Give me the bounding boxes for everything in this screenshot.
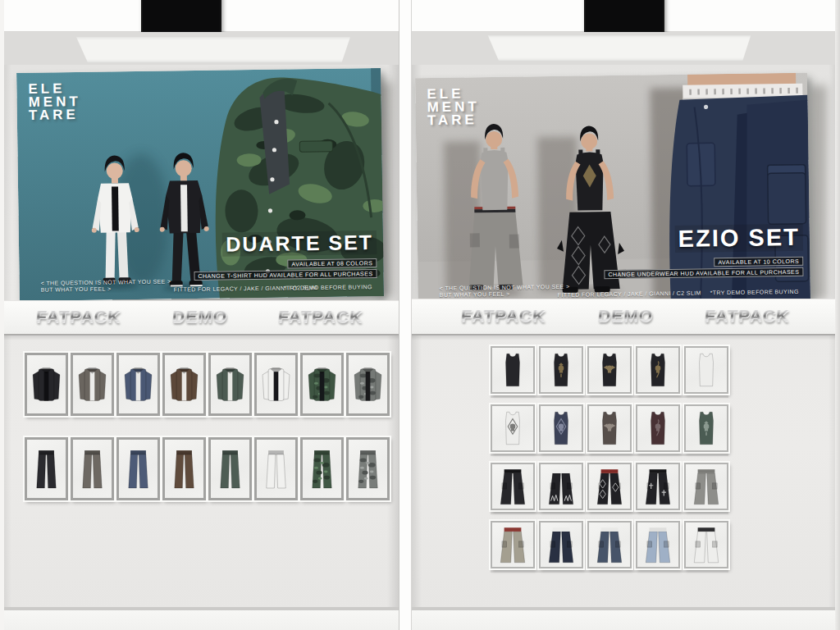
cargo-icon: [541, 464, 582, 509]
jacket-icon: [211, 355, 249, 413]
brand-logo: ELE MENT TARE: [427, 87, 480, 127]
jacket-icon: [257, 355, 295, 413]
swatch-tank-white[interactable]: [684, 346, 728, 394]
store-scene: WEEKEND Sales: [0, 0, 840, 630]
swatch-cargo-navy[interactable]: [539, 521, 583, 568]
swatch-cargo-light-blue[interactable]: [636, 521, 680, 568]
swatch-jacket-green-camo[interactable]: [300, 353, 344, 416]
swatch-tank-maroon-snake[interactable]: [636, 404, 680, 452]
ezio-booth: WEEKEND Sales: [410, 0, 840, 630]
cargo-icon: [589, 464, 630, 509]
swatch-pants-brown[interactable]: [162, 437, 206, 500]
swatch-cargo-olive-red-waist[interactable]: [491, 521, 535, 568]
ezio-poster[interactable]: ELE MENT TARE EZIO SET AVAILABLE AT 10 C…: [415, 73, 810, 307]
swatch-jacket-gray-camo[interactable]: [346, 353, 390, 416]
jacket-icon: [27, 355, 66, 413]
duarte-booth: WEEKEND Sales: [0, 0, 399, 630]
cargo-icon: [686, 464, 727, 509]
swatch-cargo-black-flames[interactable]: [539, 463, 583, 510]
sign-line2: Sales: [142, 0, 220, 2]
swatch-tank-navy-emblem[interactable]: [539, 404, 583, 452]
swatch-cargo-gray[interactable]: [684, 463, 728, 510]
brand-logo: ELE MENT TARE: [28, 82, 81, 122]
tank-icon: [637, 348, 678, 392]
poster-shadow: [809, 85, 827, 300]
swatch-pants-black[interactable]: [25, 437, 68, 500]
colors-note: AVAILABLE AT 10 COLORS: [714, 257, 803, 267]
cargo-icon: [541, 523, 582, 567]
set-name: DUARTE SET: [222, 231, 377, 257]
swatch-pants-green-camo[interactable]: [300, 437, 344, 500]
ceiling-light: [482, 35, 756, 61]
tank-icon: [686, 348, 727, 392]
swatch-jacket-white[interactable]: [254, 353, 298, 416]
swatch-row-tank: [491, 346, 728, 398]
swatch-tank-black-winged-skull[interactable]: [587, 346, 632, 394]
tank-icon: [637, 406, 678, 450]
swatch-tank-black-skull[interactable]: [539, 346, 583, 394]
weekend-sale-sign: WEEKEND Sales: [584, 0, 664, 34]
fatpack-button[interactable]: FATPACK: [277, 307, 364, 326]
cargo-icon: [589, 523, 630, 567]
jacket-icon: [73, 355, 112, 413]
swatch-pants-sage[interactable]: [208, 437, 252, 500]
swatch-row-jacket: [25, 353, 390, 416]
swatch-jacket-sage[interactable]: [208, 353, 252, 416]
tank-icon: [541, 406, 582, 450]
swatch-pants-gray[interactable]: [71, 437, 114, 500]
duarte-poster[interactable]: ELE MENT TARE DUARTE SET AVAILABLE AT 08…: [16, 68, 384, 301]
jacket-icon: [303, 355, 341, 413]
tank-icon: [492, 406, 533, 450]
tank-icon: [492, 348, 533, 392]
poster-tagline: < THE QUESTION IS NOT WHAT YOU SEE > BUT…: [440, 283, 570, 299]
pants-icon: [257, 440, 295, 498]
pants-icon: [165, 440, 203, 498]
swatch-row-cargo: [491, 463, 728, 514]
fatpack-button[interactable]: FATPACK: [460, 306, 547, 326]
swatch-cargo-black-argyle[interactable]: [587, 463, 632, 510]
booth-divider: [399, 0, 412, 630]
swatch-pants-gray-camo[interactable]: [346, 437, 390, 500]
poster-tagline: < THE QUESTION IS NOT WHAT YOU SEE > BUT…: [41, 278, 171, 294]
swatch-pants-white[interactable]: [254, 437, 298, 500]
swatch-tank-black-snake-skull[interactable]: [636, 346, 680, 394]
tank-icon: [589, 348, 630, 392]
sign-line2: Sales: [585, 0, 663, 2]
vendor-button-row: FATPACKDEMOFATPACK: [0, 304, 399, 330]
swatch-row-pants: [25, 437, 390, 500]
swatch-grid: [491, 346, 728, 573]
fatpack-button[interactable]: FATPACK: [35, 307, 122, 326]
poster-notes: AVAILABLE AT 10 COLORS CHANGE UNDERWEAR …: [604, 257, 803, 279]
fatpack-button[interactable]: FATPACK: [704, 306, 791, 326]
swatch-jacket-black[interactable]: [25, 353, 68, 416]
swatch-tank-black[interactable]: [491, 346, 535, 394]
swatch-pants-blue[interactable]: [116, 437, 160, 500]
swatch-cargo-white[interactable]: [684, 521, 728, 568]
swatch-cargo-black[interactable]: [491, 463, 535, 510]
swatch-tank-teal-skull[interactable]: [684, 404, 728, 452]
jacket-icon: [119, 355, 158, 413]
vendor-button-row: FATPACKDEMOFATPACK: [410, 302, 840, 330]
pants-icon: [119, 440, 158, 498]
demo-button[interactable]: DEMO: [171, 307, 228, 326]
poster-notes: AVAILABLE AT 08 COLORS CHANGE T-SHIRT HU…: [194, 258, 377, 281]
swatch-jacket-brown[interactable]: [162, 353, 206, 416]
cargo-icon: [492, 464, 533, 509]
brand-line: TARE: [427, 114, 480, 128]
swatch-row-cargo: [491, 521, 728, 573]
jacket-icon: [349, 355, 387, 413]
pants-icon: [27, 440, 66, 498]
swatch-jacket-gray[interactable]: [71, 353, 114, 416]
set-name: EZIO SET: [674, 224, 803, 253]
swatch-cargo-black-crosses[interactable]: [636, 463, 680, 510]
swatch-jacket-blue[interactable]: [116, 353, 160, 416]
swatch-tank-white-emblem[interactable]: [491, 404, 535, 452]
demo-button[interactable]: DEMO: [596, 306, 654, 326]
booth-base: [0, 610, 399, 630]
ceiling-light: [71, 37, 356, 62]
tank-icon: [589, 406, 630, 450]
swatch-cargo-slate-blue[interactable]: [587, 521, 632, 568]
swatch-tank-taupe-winged-skull[interactable]: [587, 404, 632, 452]
pants-icon: [73, 440, 112, 498]
brand-line: TARE: [29, 108, 81, 122]
